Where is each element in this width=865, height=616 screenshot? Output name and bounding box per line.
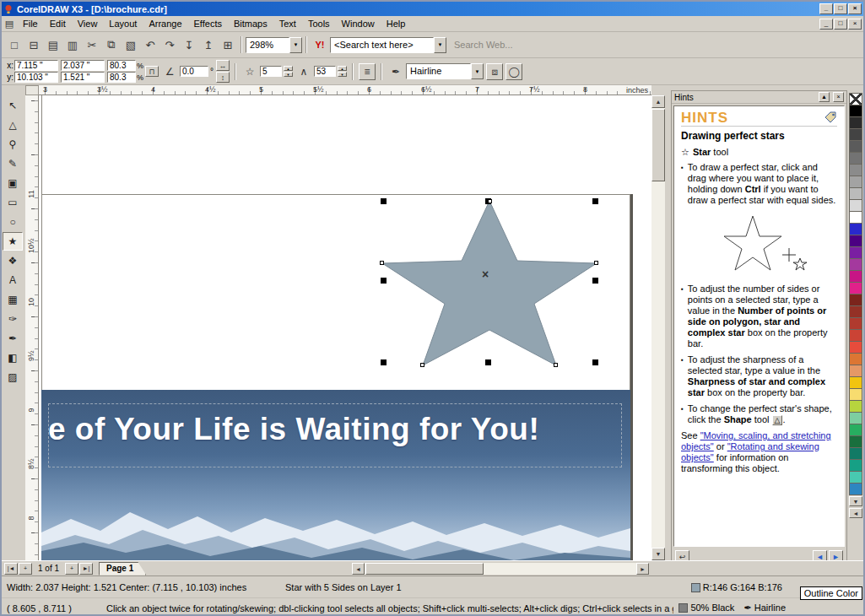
- menu-item[interactable]: Bitmaps: [228, 17, 273, 30]
- mirror-vertical-icon[interactable]: ↕: [216, 72, 230, 83]
- palette-swatch[interactable]: [849, 199, 862, 212]
- selection-handle[interactable]: [592, 198, 598, 204]
- object-width-field[interactable]: 2.037 ": [61, 60, 105, 71]
- palette-swatch[interactable]: [849, 341, 862, 354]
- scale-v-field[interactable]: 80.3: [107, 72, 136, 83]
- restore-button[interactable]: □: [834, 3, 847, 14]
- palette-swatch[interactable]: [849, 211, 862, 224]
- star-shape[interactable]: [376, 192, 604, 374]
- scale-h-field[interactable]: 80.3: [107, 60, 136, 71]
- sharpness-spin-down-icon[interactable]: ▼: [338, 72, 347, 77]
- search-web-label[interactable]: Search Web...: [454, 40, 513, 50]
- palette-swatch[interactable]: [849, 424, 862, 436]
- save-icon[interactable]: ▤: [44, 35, 62, 54]
- palette-swatch[interactable]: [849, 282, 862, 294]
- horizontal-scrollbar[interactable]: ◄ ►: [352, 563, 649, 575]
- star-points-field[interactable]: 5: [260, 66, 282, 77]
- palette-swatch[interactable]: [849, 116, 862, 129]
- menu-item[interactable]: Window: [336, 17, 381, 30]
- menu-item[interactable]: Tools: [302, 17, 336, 30]
- star-node[interactable]: [380, 261, 384, 265]
- palette-swatch[interactable]: [849, 353, 862, 365]
- scroll-up-icon[interactable]: ▲: [651, 95, 665, 108]
- menu-item[interactable]: Text: [273, 17, 302, 30]
- zoom-value[interactable]: 298%: [246, 37, 289, 53]
- scroll-left-icon[interactable]: ◄: [352, 563, 365, 575]
- add-page-before-icon[interactable]: +: [19, 563, 32, 575]
- first-page-icon[interactable]: |◄: [4, 563, 18, 575]
- brochure-banner-image[interactable]: e of Your Life is Waiting for You!: [41, 390, 630, 560]
- search-input[interactable]: <Search text here>: [330, 37, 434, 53]
- star-node[interactable]: [594, 261, 598, 265]
- palette-swatch[interactable]: [849, 176, 862, 188]
- tag-icon[interactable]: [824, 111, 837, 123]
- palette-swatch[interactable]: [849, 459, 862, 472]
- selection-handle[interactable]: [381, 359, 387, 365]
- palette-swatch[interactable]: [849, 164, 862, 176]
- sharpness-spin-up-icon[interactable]: ▲: [338, 66, 347, 71]
- selection-handle[interactable]: [592, 278, 598, 284]
- freehand-tool[interactable]: ✎: [3, 154, 23, 173]
- rectangle-tool[interactable]: ▭: [3, 193, 23, 212]
- star-node[interactable]: [420, 363, 424, 367]
- palette-swatch[interactable]: [849, 223, 862, 235]
- x-position-field[interactable]: 7.115 ": [14, 60, 58, 71]
- star-node[interactable]: [554, 363, 558, 367]
- menu-item[interactable]: Arrange: [143, 17, 187, 30]
- basic-shapes-tool[interactable]: ❖: [3, 251, 23, 270]
- palette-swatch[interactable]: [849, 412, 862, 424]
- selection-handle[interactable]: [592, 359, 598, 365]
- vertical-scrollbar[interactable]: ▲ ▼: [651, 95, 665, 560]
- outline-width-combo[interactable]: Hairline ▼: [406, 63, 484, 79]
- drawing-canvas[interactable]: e of Your Life is Waiting for You! ×: [39, 95, 651, 560]
- y-position-field[interactable]: 10.103 ": [14, 72, 58, 83]
- palette-swatch[interactable]: [849, 294, 862, 306]
- outline-pen-tool[interactable]: ✒: [3, 329, 23, 348]
- paste-icon[interactable]: ▧: [122, 35, 140, 54]
- hints-docker-header[interactable]: Hints ▲ ×: [672, 91, 846, 104]
- palette-swatch[interactable]: [849, 246, 862, 259]
- app-launcher-icon[interactable]: ⊞: [219, 35, 237, 54]
- yahoo-icon[interactable]: Y!: [311, 35, 329, 54]
- outline-width-value[interactable]: Hairline: [406, 63, 471, 79]
- add-page-after-icon[interactable]: +: [65, 563, 78, 575]
- palette-expand-icon[interactable]: ◄: [849, 508, 862, 518]
- doc-close-button[interactable]: ×: [848, 19, 862, 30]
- vscroll-thumb[interactable]: [651, 109, 665, 181]
- doc-minimize-button[interactable]: _: [819, 19, 833, 30]
- selection-handle[interactable]: [485, 359, 491, 365]
- palette-swatch[interactable]: [849, 365, 862, 377]
- menu-item[interactable]: Help: [381, 17, 412, 30]
- palette-swatch[interactable]: [849, 388, 862, 401]
- outline-dialog-icon[interactable]: ◯: [505, 63, 522, 80]
- palette-swatch[interactable]: [849, 105, 862, 117]
- palette-swatch[interactable]: [849, 258, 862, 271]
- close-button[interactable]: ×: [848, 3, 862, 14]
- shape-tool[interactable]: △: [3, 116, 23, 134]
- selection-handle[interactable]: [381, 198, 387, 204]
- palette-swatch[interactable]: [849, 187, 862, 200]
- points-spin-down-icon[interactable]: ▼: [284, 72, 293, 77]
- last-page-icon[interactable]: ►|: [79, 563, 93, 575]
- minimize-button[interactable]: _: [819, 3, 833, 14]
- mirror-horizontal-icon[interactable]: ↔: [216, 60, 230, 71]
- search-combo[interactable]: <Search text here> ▼: [330, 37, 446, 53]
- scroll-down-icon[interactable]: ▼: [651, 548, 665, 560]
- page-tab[interactable]: Page 1: [99, 562, 146, 575]
- selection-handle[interactable]: [381, 278, 387, 284]
- interactive-fill-tool[interactable]: ▨: [3, 368, 23, 386]
- doc-restore-button[interactable]: □: [834, 19, 847, 30]
- attach-icon[interactable]: ⧈: [486, 63, 503, 80]
- cut-icon[interactable]: ✂: [83, 35, 101, 54]
- palette-swatch[interactable]: [849, 128, 862, 141]
- palette-swatch[interactable]: [849, 329, 862, 342]
- star-tool[interactable]: ★: [3, 232, 23, 251]
- object-center-marker[interactable]: ×: [482, 267, 489, 281]
- text-tool[interactable]: A: [3, 271, 23, 289]
- zoom-dropdown-icon[interactable]: ▼: [289, 37, 302, 53]
- hscroll-thumb[interactable]: [365, 563, 484, 575]
- menu-item[interactable]: File: [17, 17, 44, 30]
- undo-icon[interactable]: ↶: [141, 35, 159, 54]
- palette-swatch[interactable]: [849, 435, 862, 448]
- outline-width-dropdown-icon[interactable]: ▼: [471, 63, 484, 79]
